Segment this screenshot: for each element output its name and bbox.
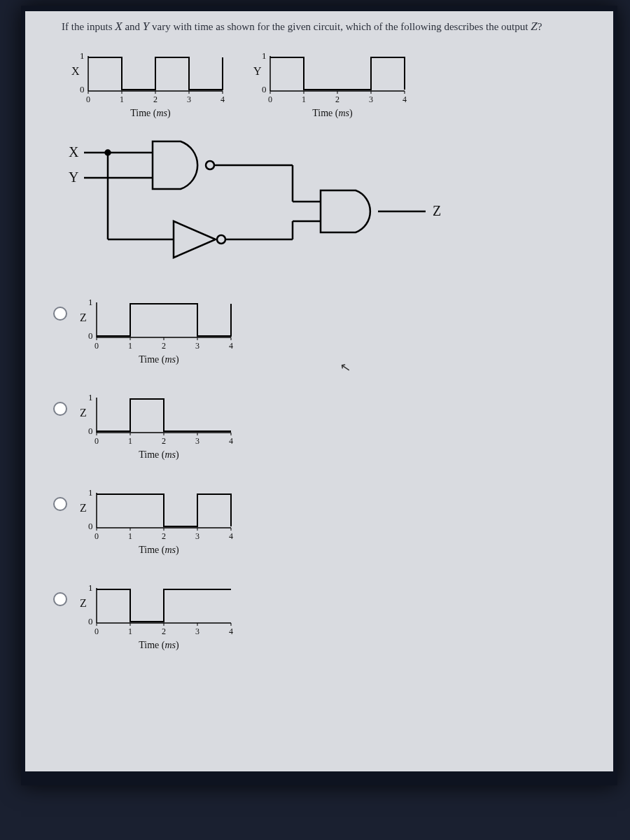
- chart-Z-D: 1Z0 01234 Time (ms): [78, 575, 239, 651]
- question-text: If the inputs X and Y vary with time as …: [62, 18, 605, 35]
- svg-text:2: 2: [162, 626, 166, 636]
- svg-text:4: 4: [220, 94, 225, 104]
- svg-text:1: 1: [128, 436, 132, 446]
- svg-text:Z: Z: [80, 407, 87, 419]
- svg-text:4: 4: [229, 436, 233, 446]
- y-axis-ylabel: Y: [253, 65, 262, 77]
- svg-text:3: 3: [195, 436, 200, 446]
- svg-text:3: 3: [369, 94, 373, 104]
- svg-text:4: 4: [229, 531, 233, 541]
- option-B[interactable]: 1Z0 01234 Time (ms): [53, 385, 605, 461]
- q-q: ?: [538, 21, 542, 32]
- question-frame: If the inputs X and Y vary with time as …: [21, 6, 617, 785]
- svg-text:4: 4: [229, 626, 233, 636]
- svg-text:1: 1: [262, 50, 267, 61]
- x-axis-ylabel: X: [71, 65, 80, 77]
- svg-text:Z: Z: [80, 597, 87, 609]
- radio-C[interactable]: [53, 497, 67, 511]
- svg-text:0: 0: [88, 426, 93, 436]
- svg-point-30: [206, 161, 214, 169]
- svg-text:1: 1: [128, 626, 132, 636]
- q-lead: If the inputs: [62, 21, 115, 32]
- chart-Z-A: 1Z0 01234 Time (ms): [78, 290, 239, 365]
- svg-text:0: 0: [88, 330, 93, 341]
- svg-text:0: 0: [94, 626, 99, 636]
- chart-Z-B: 1Z0 01234 Time (ms): [78, 385, 239, 461]
- svg-text:0: 0: [80, 84, 85, 94]
- q-mid: and: [122, 21, 143, 32]
- svg-text:0: 0: [88, 616, 93, 626]
- circuit-z-label: Z: [433, 203, 441, 218]
- svg-text:3: 3: [195, 626, 200, 636]
- svg-text:0: 0: [94, 341, 99, 351]
- svg-text:0: 0: [94, 436, 99, 446]
- option-A[interactable]: 1Z0 01234 Time (ms): [53, 290, 605, 365]
- svg-text:2: 2: [162, 531, 166, 541]
- svg-text:3: 3: [187, 94, 191, 104]
- svg-text:1: 1: [88, 297, 93, 307]
- svg-text:1: 1: [120, 94, 124, 104]
- svg-text:0: 0: [94, 531, 99, 541]
- svg-text:1: 1: [302, 94, 306, 104]
- radio-A[interactable]: [53, 307, 67, 321]
- svg-text:Z: Z: [80, 502, 87, 514]
- chart-Y: 1 Y 0 01234 Time (ms): [252, 43, 413, 119]
- svg-text:1: 1: [88, 487, 93, 498]
- svg-text:0: 0: [86, 94, 90, 104]
- frame-bottom-edge: [25, 771, 613, 781]
- x-axis-label: Time (ms): [70, 108, 231, 119]
- y-axis-label: Time (ms): [252, 108, 413, 119]
- svg-point-37: [217, 235, 225, 244]
- content-area: If the inputs X and Y vary with time as …: [25, 11, 613, 651]
- svg-text:3: 3: [195, 531, 200, 541]
- svg-text:1: 1: [128, 341, 132, 351]
- chart-Z-C: 1Z0 01234 Time (ms): [78, 480, 239, 556]
- svg-text:1: 1: [88, 582, 93, 593]
- svg-text:2: 2: [162, 436, 166, 446]
- svg-text:0: 0: [268, 94, 272, 104]
- options-list: 1Z0 01234 Time (ms): [34, 290, 605, 651]
- svg-text:4: 4: [402, 94, 407, 104]
- circuit-x-label: X: [69, 144, 79, 160]
- svg-text:1: 1: [88, 392, 93, 402]
- svg-text:1: 1: [128, 531, 132, 541]
- svg-text:0: 0: [262, 84, 267, 94]
- radio-B[interactable]: [53, 402, 67, 416]
- q-varx: X: [115, 20, 122, 33]
- input-waveforms: 1 X 0 01234 Time (ms): [70, 43, 605, 119]
- q-vary: Y: [143, 20, 149, 33]
- svg-text:2: 2: [335, 94, 340, 104]
- q-rest: vary with time as shown for the given ci…: [149, 21, 531, 32]
- chart-X: 1 X 0 01234 Time (ms): [70, 43, 231, 119]
- svg-text:Z: Z: [80, 312, 87, 323]
- circuit-diagram: X Y: [69, 134, 605, 277]
- circuit-y-label: Y: [69, 169, 78, 185]
- option-D[interactable]: 1Z0 01234 Time (ms): [53, 575, 605, 651]
- svg-text:0: 0: [88, 521, 93, 531]
- svg-text:2: 2: [162, 341, 166, 351]
- svg-text:4: 4: [229, 341, 233, 351]
- svg-text:2: 2: [153, 94, 158, 104]
- svg-text:3: 3: [195, 341, 200, 351]
- option-C[interactable]: 1Z0 01234 Time (ms): [53, 480, 605, 556]
- radio-D[interactable]: [53, 592, 67, 606]
- q-varz: Z: [531, 20, 537, 33]
- svg-text:1: 1: [80, 50, 85, 61]
